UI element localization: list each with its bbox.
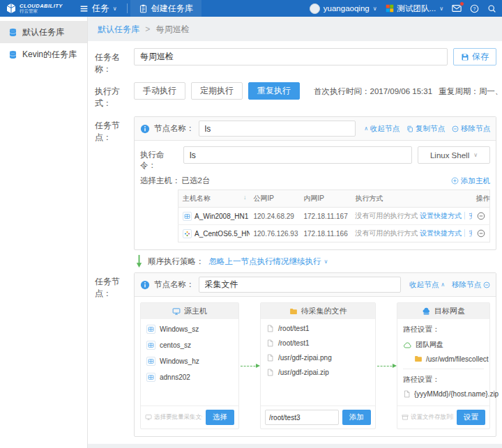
circle-minus-icon (483, 281, 490, 288)
setup-shortcut-link[interactable]: 设置快捷方式 (420, 229, 462, 237)
remove-host-icon[interactable] (477, 229, 485, 238)
source-hosts-hint: 选择要批量采集文件的主机 (145, 413, 202, 422)
list-item[interactable]: adnns202 (146, 373, 233, 382)
task-node-label: 任务节点： (95, 272, 134, 300)
list-item[interactable]: Windows_hz (146, 357, 233, 366)
user-menu[interactable]: yuangaoqing ∨ (310, 3, 377, 14)
info-icon (140, 280, 150, 290)
list-item[interactable]: centos_sz (146, 341, 233, 350)
command-label: 执行命令： (140, 146, 178, 171)
green-down-arrow-icon (135, 254, 143, 268)
brand-subname: 行云管家 (20, 9, 63, 14)
node-name-label: 节点名称： (154, 279, 195, 290)
chevron-up-icon: ∧ (364, 125, 368, 132)
list-item[interactable]: /usr/gdf-zipai.png (266, 354, 370, 362)
mode-scheduled-button[interactable]: 定期执行 (191, 82, 243, 100)
col-header-operations: 操作 (472, 190, 490, 208)
name-setting-label: 路径设置： (403, 375, 484, 385)
help-button[interactable] (470, 4, 479, 13)
list-item[interactable]: /root/test1 (266, 325, 370, 332)
list-item[interactable]: Windows_sz (146, 325, 233, 334)
mode-manual-button[interactable]: 手动执行 (134, 82, 185, 100)
file-pattern-item: {yyyMMdd}/{host.name}.zip (403, 390, 484, 398)
search-button[interactable] (487, 4, 496, 13)
sort-icon[interactable]: ↓ (243, 194, 247, 201)
install-agent-link[interactable]: 安装Agent (464, 212, 471, 219)
task-node-2-panel: 节点名称： 收起节点∧ 移除节点 (134, 272, 496, 437)
breadcrumb-separator: > (145, 24, 150, 34)
copy-node-button[interactable]: 复制节点 (406, 124, 445, 134)
source-hosts-title: 源主机 (184, 306, 207, 316)
install-agent-link[interactable]: 安装Agent (464, 229, 471, 237)
list-item[interactable]: /root/test1 (266, 339, 370, 347)
save-button-label: 保存 (472, 51, 489, 63)
add-host-button[interactable]: 添加主机 (451, 176, 490, 186)
sidebar-item-label: Kevin的任务库 (22, 49, 77, 61)
sidebar-item-default-library[interactable]: 默认任务库 (0, 21, 87, 43)
folder-icon (414, 355, 423, 363)
drive-tree-node[interactable]: 团队网盘 (403, 340, 484, 350)
remove-node-button[interactable]: 移除节点 (452, 280, 490, 290)
selected-hosts-count: 已选2台 (182, 176, 211, 186)
setup-shortcut-link[interactable]: 设置快捷方式 (420, 212, 462, 219)
breadcrumb-parent-link[interactable]: 默认任务库 (98, 24, 139, 34)
list-item[interactable]: /usr/gdf-zipai.zip (266, 369, 370, 376)
create-task-lib-tab[interactable]: 创建任务库 (130, 0, 201, 17)
private-ip: 172.18.11.167 (300, 208, 351, 225)
file-icon (266, 354, 274, 362)
strategy-label: 顺序执行策略： (148, 256, 204, 267)
table-row: A_CentOS6.5_HN1 120.76.126.93 172.18.11.… (178, 225, 490, 242)
help-icon (470, 4, 479, 13)
windows-os-icon (146, 325, 155, 334)
breadcrumb-current: 每周巡检 (156, 24, 190, 34)
task-node-1-panel: 节点名称： ∧收起节点 复制节点 移除节点 执行命令： (134, 116, 496, 250)
cloud-drive-icon (422, 307, 431, 316)
table-row: A_Win2008_HN1 120.24.68.29 172.18.11.167… (178, 208, 490, 225)
target-drive-title: 目标网盘 (434, 306, 465, 316)
collapse-node-button[interactable]: ∧收起节点 (364, 124, 400, 134)
circle-plus-icon (451, 177, 459, 185)
node-flow-strategy: 顺序执行策略： 忽略上一节点执行情况继续执行∨ (135, 254, 496, 268)
info-icon (140, 124, 150, 134)
add-file-button[interactable]: 添加 (342, 410, 371, 425)
task-name-input[interactable] (134, 48, 448, 65)
private-ip: 172.18.11.166 (300, 225, 351, 242)
strategy-select[interactable]: 忽略上一节点执行情况继续执行∨ (209, 256, 328, 267)
repeat-label: 重复周期： (439, 87, 479, 95)
windows-os-icon (146, 373, 155, 382)
file-icon (266, 369, 274, 376)
public-ip: 120.24.68.29 (250, 208, 300, 225)
remove-host-icon[interactable] (477, 212, 485, 220)
task-library-sidebar: 默认任务库 Kevin的任务库 (0, 17, 88, 448)
messages-button[interactable] (452, 3, 462, 13)
remove-node-button[interactable]: 移除节点 (452, 124, 490, 134)
tasks-menu-label: 任务 (92, 3, 109, 15)
task-node-label: 任务节点： (95, 116, 134, 144)
collapse-node-button[interactable]: 收起节点∧ (409, 280, 445, 290)
save-icon (461, 53, 469, 61)
folder-tree-node[interactable]: /usr/wdm/filescollect (414, 355, 484, 363)
mode-repeat-button[interactable]: 重复执行 (248, 82, 300, 100)
file-path-input[interactable] (265, 410, 339, 425)
team-menu[interactable]: 测试团队... ∨ (386, 3, 443, 14)
task-name-label: 任务名称： (95, 48, 134, 75)
col-header-exec-mode: 执行方式 (351, 190, 472, 208)
flow-arrow (241, 366, 259, 366)
node2-name-input[interactable] (199, 277, 402, 293)
topbar-divider (127, 3, 128, 13)
brand-logo[interactable]: CLOUDABILITY 行云管家 (6, 3, 63, 14)
set-path-button[interactable]: 设置 (457, 410, 485, 425)
sidebar-item-kevin-library[interactable]: Kevin的任务库 (0, 43, 87, 65)
command-input[interactable] (183, 146, 412, 164)
select-hosts-button[interactable]: 选择 (206, 410, 234, 425)
tasks-menu[interactable]: 任务 ∨ (73, 0, 124, 17)
box-icon (402, 414, 409, 421)
node1-name-input[interactable] (199, 121, 356, 137)
copy-icon (406, 125, 413, 132)
col-header-hostname: 主机名称↓ (178, 190, 250, 208)
save-button[interactable]: 保存 (453, 48, 496, 65)
avatar (310, 3, 320, 14)
shell-type-select[interactable]: Linux Shell ∨ (418, 146, 490, 164)
search-icon (487, 4, 496, 13)
chevron-up-icon: ∧ (441, 281, 445, 288)
